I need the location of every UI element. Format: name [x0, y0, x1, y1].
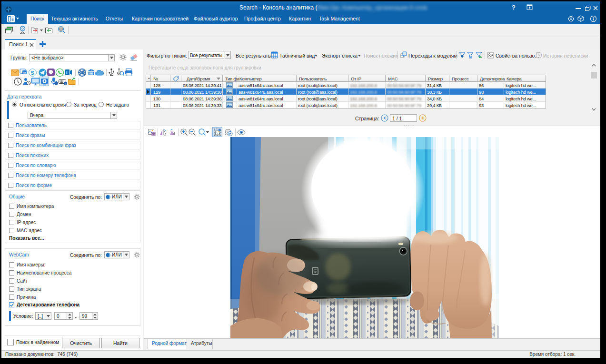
svg-text:L: L — [66, 70, 69, 75]
svg-text:FTP: FTP — [89, 73, 93, 75]
svg-text:i: i — [65, 82, 65, 85]
svg-text:i: i — [56, 82, 56, 85]
svg-text:IM: IM — [23, 71, 26, 74]
svg-text:HTTP: HTTP — [80, 72, 85, 74]
svg-text:S: S — [31, 70, 34, 76]
